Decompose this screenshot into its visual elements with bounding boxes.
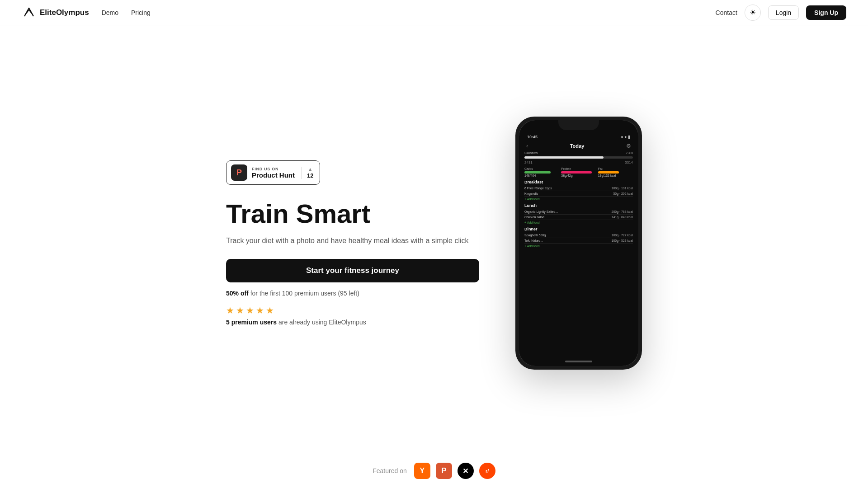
discount-detail: for the first 100 premium users (95 left… bbox=[250, 290, 359, 297]
macro-protein-val: 38g/42g bbox=[561, 174, 596, 177]
phone-screen: 10:45 ● ● ▮ ‹ Today ⚙ Calories 73% bbox=[519, 120, 638, 366]
add-food-button[interactable]: + Add food bbox=[524, 197, 633, 201]
calories-bar-fill bbox=[524, 156, 604, 159]
calories-total: 3314 bbox=[625, 160, 633, 164]
ph-vote-count: 12 bbox=[307, 172, 313, 179]
calories-bar-bg bbox=[524, 156, 633, 159]
meal-item: Tofu Naked... 100g · 523 kcal bbox=[524, 238, 633, 244]
macro-carbs-val: 148/404 bbox=[524, 174, 559, 177]
add-food-button[interactable]: + Add food bbox=[524, 244, 633, 248]
meal-item: Chicken salad... 141g · 849 kcal bbox=[524, 215, 633, 220]
hero-title: Train Smart bbox=[226, 199, 479, 228]
producthunt-icon[interactable]: P bbox=[436, 463, 452, 479]
nav-right: Contact ☀ Login Sign Up bbox=[716, 5, 846, 21]
meal-item: Spaghetti 500g 100g · 727 kcal bbox=[524, 233, 633, 238]
meal-name: Kingsrolls bbox=[524, 192, 613, 195]
ph-logo-icon: P bbox=[231, 164, 247, 181]
macro-protein-bar bbox=[561, 171, 592, 174]
star-2: ★ bbox=[236, 305, 244, 316]
phone-frame: 10:45 ● ● ▮ ‹ Today ⚙ Calories 73% bbox=[515, 117, 642, 370]
featured-label: Featured on bbox=[373, 467, 407, 474]
cta-button[interactable]: Start your fitness journey bbox=[226, 259, 479, 282]
signup-button[interactable]: Sign Up bbox=[806, 5, 846, 20]
meal-kcal: 100g · 523 kcal bbox=[612, 239, 633, 242]
logo[interactable]: EliteOlympus bbox=[22, 5, 89, 20]
meal-kcal: 141g · 849 kcal bbox=[612, 216, 633, 219]
macro-fat: Fat 13g/132 kcal bbox=[598, 167, 633, 177]
reddit-icon[interactable]: r/ bbox=[479, 463, 495, 479]
star-5: ★ bbox=[266, 305, 274, 316]
phone-notch bbox=[558, 120, 599, 130]
meal-item: Organic Lightly Salted... 200g · 788 kca… bbox=[524, 209, 633, 215]
home-bar bbox=[565, 361, 592, 362]
macro-fat-bar bbox=[598, 171, 619, 174]
breakfast-title: Breakfast bbox=[524, 180, 633, 184]
nav-demo-link[interactable]: Demo bbox=[102, 9, 118, 16]
hero-left: P FIND US ON Product Hunt ▲ 12 Train Sma… bbox=[226, 160, 479, 326]
meal-item: Kingsrolls 50g · 202 kcal bbox=[524, 191, 633, 197]
contact-link[interactable]: Contact bbox=[716, 9, 737, 16]
phone-app-title: Today bbox=[528, 143, 626, 149]
phone-header: ‹ Today ⚙ bbox=[519, 139, 638, 151]
calories-summary: Calories 73% 2431 3314 bbox=[524, 151, 633, 164]
star-3: ★ bbox=[246, 305, 254, 316]
star-rating: ★ ★ ★ ★ ★ bbox=[226, 305, 479, 316]
ph-text: FIND US ON Product Hunt bbox=[252, 167, 295, 179]
lunch-section: Lunch Organic Lightly Salted... 200g · 7… bbox=[524, 203, 633, 224]
meal-name: Tofu Naked... bbox=[524, 239, 612, 242]
phone-signal-icons: ● ● ▮ bbox=[621, 135, 630, 139]
calories-value: 73% bbox=[626, 151, 633, 155]
meal-kcal: 100g · 727 kcal bbox=[612, 234, 633, 237]
macro-bars: Carbs 148/404 Protein 38g/42g Fat bbox=[524, 167, 633, 177]
meal-name: Spaghetti 500g bbox=[524, 234, 612, 237]
twitter-x-icon[interactable]: ✕ bbox=[458, 463, 474, 479]
ph-upvote: ▲ 12 bbox=[301, 167, 313, 179]
theme-toggle-button[interactable]: ☀ bbox=[745, 5, 761, 21]
meal-name: Chicken salad... bbox=[524, 216, 612, 219]
meal-kcal: 100g · 131 kcal bbox=[612, 187, 633, 190]
macro-protein: Protein 38g/42g bbox=[561, 167, 596, 177]
calories-label: Calories bbox=[524, 151, 538, 155]
dinner-section: Dinner Spaghetti 500g 100g · 727 kcal To… bbox=[524, 227, 633, 248]
login-button[interactable]: Login bbox=[768, 5, 799, 20]
featured-icons: Y P ✕ r/ bbox=[414, 463, 495, 479]
meal-kcal: 50g · 202 kcal bbox=[613, 192, 633, 195]
star-4: ★ bbox=[256, 305, 264, 316]
yc-icon[interactable]: Y bbox=[414, 463, 430, 479]
meal-name: 6 Free Range Eggs bbox=[524, 187, 612, 190]
breakfast-section: Breakfast 6 Free Range Eggs 100g · 131 k… bbox=[524, 180, 633, 201]
navbar: EliteOlympus Demo Pricing Contact ☀ Logi… bbox=[0, 0, 868, 25]
discount-amount: 50% off bbox=[226, 290, 249, 297]
star-1: ★ bbox=[226, 305, 234, 316]
meal-name: Organic Lightly Salted... bbox=[524, 210, 612, 213]
calories-consumed: 2431 bbox=[524, 160, 533, 164]
sun-icon: ☀ bbox=[750, 8, 756, 17]
dinner-title: Dinner bbox=[524, 227, 633, 231]
ph-name-text: Product Hunt bbox=[252, 171, 295, 179]
hero-subtitle: Track your diet with a photo and have he… bbox=[226, 235, 479, 246]
nav-left: EliteOlympus Demo Pricing bbox=[22, 5, 151, 20]
phone-content: Calories 73% 2431 3314 bbox=[519, 151, 638, 357]
social-proof-count: 5 premium users bbox=[226, 319, 277, 326]
nav-pricing-link[interactable]: Pricing bbox=[131, 9, 151, 16]
featured-bar: Featured on Y P ✕ r/ bbox=[0, 452, 868, 488]
phone-status-bar: 10:45 ● ● ▮ bbox=[519, 133, 638, 139]
hero-section: P FIND US ON Product Hunt ▲ 12 Train Sma… bbox=[0, 25, 868, 452]
add-food-button[interactable]: + Add food bbox=[524, 221, 633, 224]
calories-numbers: 2431 3314 bbox=[524, 160, 633, 164]
product-hunt-badge[interactable]: P FIND US ON Product Hunt ▲ 12 bbox=[226, 160, 320, 185]
meal-kcal: 200g · 788 kcal bbox=[612, 210, 633, 213]
phone-time: 10:45 bbox=[527, 135, 538, 139]
phone-settings-icon: ⚙ bbox=[626, 143, 631, 149]
macro-fat-label: Fat bbox=[598, 167, 633, 170]
phone-mockup: 10:45 ● ● ▮ ‹ Today ⚙ Calories 73% bbox=[515, 117, 642, 370]
macro-protein-label: Protein bbox=[561, 167, 596, 170]
social-proof-detail: are already using EliteOlympus bbox=[277, 319, 366, 326]
home-indicator bbox=[519, 357, 638, 366]
lunch-title: Lunch bbox=[524, 203, 633, 208]
macro-carbs: Carbs 148/404 bbox=[524, 167, 559, 177]
macro-carbs-bar bbox=[524, 171, 551, 174]
macro-fat-val: 13g/132 kcal bbox=[598, 174, 633, 177]
logo-text: EliteOlympus bbox=[40, 8, 89, 17]
ph-arrow-icon: ▲ bbox=[307, 167, 313, 172]
